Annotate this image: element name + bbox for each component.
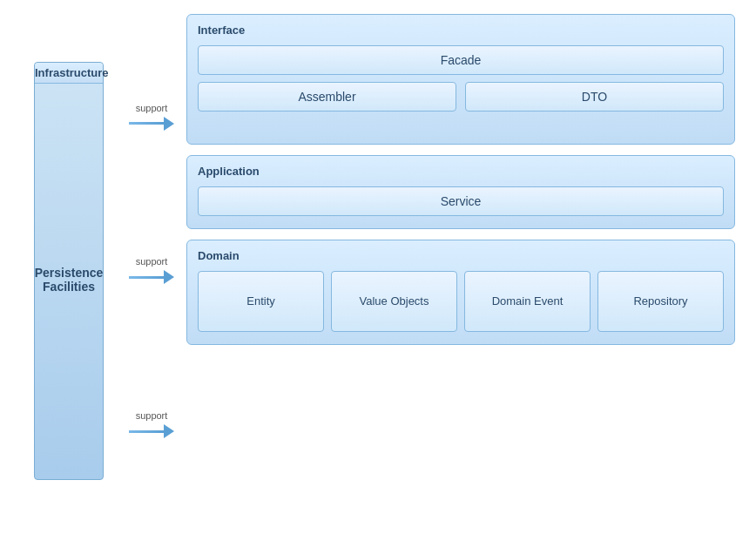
arrow-head-3 [164, 424, 174, 438]
arrow-shaft-2 [129, 276, 164, 279]
interface-bottom-row: Assembler DTO [198, 82, 724, 112]
interface-layer-panel: Interface Facade Assembler DTO [186, 14, 735, 145]
arrow-head-1 [164, 117, 174, 131]
infrastructure-column: Infrastructure Persistence Facilities [21, 14, 117, 528]
arrow-right-3 [129, 424, 174, 438]
entity-box: Entity [198, 271, 324, 332]
arrows-column: support support support [117, 14, 186, 528]
facade-box: Facade [198, 45, 724, 75]
arrow-right-2 [129, 270, 174, 284]
domain-event-box: Domain Event [464, 271, 591, 332]
arrow-group-bottom: support [129, 410, 174, 438]
arrow-label-1: support [136, 103, 168, 113]
application-layer-title: Application [198, 165, 724, 178]
arrow-shaft-3 [129, 430, 164, 433]
dto-box: DTO [465, 82, 724, 112]
domain-boxes-row: Entity Value Objects Domain Event Reposi… [198, 271, 724, 332]
value-objects-box: Value Objects [331, 271, 457, 332]
diagram-container: Infrastructure Persistence Facilities su… [21, 14, 735, 528]
service-box: Service [198, 186, 724, 216]
assembler-box: Assembler [198, 82, 456, 112]
layers-column: Interface Facade Assembler DTO Applicati… [186, 14, 735, 528]
infrastructure-header: Infrastructure [35, 63, 103, 84]
arrow-shaft-1 [129, 122, 164, 125]
arrow-label-2: support [136, 256, 168, 267]
interface-layer-title: Interface [198, 24, 724, 37]
domain-layer-title: Domain [198, 249, 724, 262]
infrastructure-body: Persistence Facilities [35, 266, 104, 294]
arrow-head-2 [164, 270, 174, 284]
arrow-group-middle: support [129, 256, 174, 284]
arrow-right-1 [129, 117, 174, 131]
domain-layer-panel: Domain Entity Value Objects Domain Event… [186, 240, 735, 345]
arrow-group-top: support [129, 103, 174, 131]
application-layer-panel: Application Service [186, 155, 735, 229]
arrow-label-3: support [136, 410, 168, 421]
repository-box: Repository [597, 271, 724, 332]
